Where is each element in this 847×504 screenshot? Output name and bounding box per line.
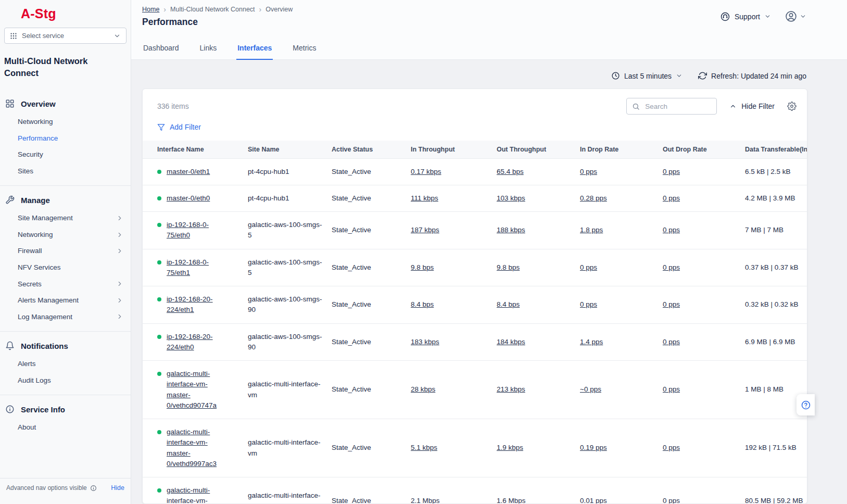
out-throughput-link[interactable]: 184 kbps	[497, 338, 525, 346]
interface-name-link[interactable]: master-0/eth1	[167, 167, 210, 177]
interface-name-link[interactable]: galactic-multi-interface-vm-master-0/vet…	[167, 427, 229, 469]
out-drop-rate-link[interactable]: 0 pps	[663, 168, 680, 175]
add-filter-button[interactable]: Add Filter	[157, 123, 201, 131]
sidebar-item-alerts-management[interactable]: Alerts Management	[0, 292, 131, 309]
tab-links[interactable]: Links	[199, 33, 218, 60]
search-input[interactable]	[644, 102, 711, 111]
info-icon[interactable]	[90, 485, 97, 492]
tab-label: Dashboard	[143, 44, 179, 52]
breadcrumb-home-link[interactable]: Home	[142, 6, 159, 13]
account-menu[interactable]	[785, 10, 806, 23]
interface-name-link[interactable]: ip-192-168-20-224/eth0	[167, 332, 229, 353]
time-range-selector[interactable]: Last 5 minutes	[611, 71, 682, 80]
column-header[interactable]: Out Throughput	[497, 141, 580, 159]
in-drop-rate-link[interactable]: 1.4 pps	[580, 338, 603, 346]
sidebar-item-networking[interactable]: Networking	[0, 226, 131, 243]
in-drop-rate-link[interactable]: 0.28 pps	[580, 194, 607, 202]
in-throughput-link[interactable]: 183 kbps	[411, 338, 439, 346]
interface-name-link[interactable]: ip-192-168-0-75/eth1	[167, 257, 229, 279]
table-row: galactic-multi-interface-vm-master-0/vet…	[143, 419, 807, 477]
out-drop-rate-link[interactable]: 0 pps	[663, 263, 680, 271]
column-header[interactable]: In Drop Rate	[580, 141, 663, 159]
interface-name-link[interactable]: ip-192-168-20-224/eth1	[167, 294, 229, 316]
chevron-right-icon: ›	[163, 6, 166, 13]
in-drop-rate-link[interactable]: 0 pps	[580, 168, 597, 175]
in-drop-rate-link[interactable]: 0 pps	[580, 263, 597, 271]
out-throughput-link[interactable]: 213 kbps	[497, 385, 525, 393]
in-drop-rate-link[interactable]: 1.8 pps	[580, 226, 603, 234]
in-throughput-link[interactable]: 8.4 bps	[411, 300, 434, 308]
in-drop-rate-link[interactable]: 0.01 pps	[580, 497, 607, 504]
gear-icon[interactable]	[787, 102, 797, 111]
out-drop-rate-link[interactable]: 0 pps	[663, 497, 680, 504]
in-throughput-link[interactable]: 9.8 bps	[411, 263, 434, 271]
out-drop-rate-link[interactable]: 0 pps	[663, 385, 680, 393]
out-throughput-link[interactable]: 8.4 bps	[497, 300, 520, 308]
nav-header-notifications[interactable]: Notifications	[0, 336, 131, 356]
service-selector[interactable]: Select service	[4, 28, 127, 44]
column-header[interactable]: Data Transferable(In	[745, 141, 807, 159]
refresh-icon	[698, 71, 707, 80]
tab-metrics[interactable]: Metrics	[292, 33, 317, 60]
sidebar-item-about[interactable]: About	[0, 419, 131, 436]
sidebar-item-networking[interactable]: Networking	[0, 114, 131, 130]
nav-header-overview[interactable]: Overview	[0, 94, 131, 114]
sidebar-item-sites[interactable]: Sites	[0, 163, 131, 180]
interface-name-link[interactable]: master-0/eth0	[167, 193, 210, 204]
out-throughput-link[interactable]: 1.6 Mbps	[497, 497, 526, 504]
status-dot-icon	[157, 335, 161, 339]
in-throughput-link[interactable]: 0.17 kbps	[411, 168, 441, 175]
in-drop-rate-link[interactable]: ~0 pps	[580, 385, 601, 393]
hide-filter-button[interactable]: Hide Filter	[729, 102, 775, 110]
support-menu[interactable]: Support	[720, 11, 771, 22]
tab-dashboard[interactable]: Dashboard	[142, 33, 180, 60]
sidebar-item-secrets[interactable]: Secrets	[0, 276, 131, 293]
out-drop-rate-link[interactable]: 0 pps	[663, 300, 680, 308]
sidebar-item-security[interactable]: Security	[0, 146, 131, 163]
out-drop-rate-link[interactable]: 0 pps	[663, 194, 680, 202]
out-throughput-link[interactable]: 188 kbps	[497, 226, 525, 234]
in-drop-rate-link[interactable]: 0.19 pps	[580, 444, 607, 451]
chevron-down-icon	[676, 72, 682, 79]
column-header[interactable]: In Throughput	[411, 141, 497, 159]
data-transferable-cell: 0.37 kB | 0.37 kB	[745, 249, 807, 286]
table-row: master-0/eth1 pt-4cpu-hub1 State_Active …	[143, 158, 807, 185]
out-drop-rate-link[interactable]: 0 pps	[663, 226, 680, 234]
nav-header-service-info[interactable]: Service Info	[0, 399, 131, 419]
sidebar-item-log-management[interactable]: Log Management	[0, 309, 131, 325]
refresh-button[interactable]: Refresh: Updated 24 min ago	[698, 71, 806, 80]
sidebar-item-firewall[interactable]: Firewall	[0, 243, 131, 259]
interface-name-link[interactable]: galactic-multi-interface-vm-master-0/vet…	[167, 369, 229, 411]
help-button[interactable]	[797, 394, 815, 415]
in-throughput-link[interactable]: 111 kbps	[411, 194, 438, 202]
interface-name-link[interactable]: galactic-multi-interface-vm-master-0/eth…	[167, 485, 229, 504]
out-throughput-link[interactable]: 103 kbps	[497, 194, 525, 202]
hide-nav-link[interactable]: Hide	[111, 484, 124, 492]
in-drop-rate-link[interactable]: 0 pps	[580, 300, 597, 308]
status-dot-icon	[157, 372, 161, 376]
in-throughput-link[interactable]: 187 kbps	[411, 226, 439, 234]
sidebar-item-audit-logs[interactable]: Audit Logs	[0, 372, 131, 389]
tab-bar: Dashboard Links Interfaces Metrics	[131, 33, 847, 59]
sidebar-item-site-management[interactable]: Site Management	[0, 210, 131, 226]
out-throughput-link[interactable]: 1.9 kbps	[497, 444, 523, 451]
column-header[interactable]: Out Drop Rate	[663, 141, 745, 159]
column-header[interactable]: Active Status	[332, 141, 411, 159]
nav-header-manage[interactable]: Manage	[0, 190, 131, 210]
in-throughput-link[interactable]: 28 kbps	[411, 385, 435, 393]
sidebar-item-alerts[interactable]: Alerts	[0, 356, 131, 372]
tab-interfaces[interactable]: Interfaces	[236, 33, 273, 60]
out-drop-rate-link[interactable]: 0 pps	[663, 338, 680, 346]
column-header[interactable]: Interface Name	[143, 141, 248, 159]
view-controls: Last 5 minutes Refresh: Updated 24 min a…	[131, 60, 847, 87]
in-throughput-link[interactable]: 2.1 Mbps	[411, 497, 440, 504]
out-drop-rate-link[interactable]: 0 pps	[663, 444, 680, 451]
in-throughput-link[interactable]: 5.1 kbps	[411, 444, 437, 451]
out-throughput-link[interactable]: 9.8 bps	[497, 263, 520, 271]
sidebar-item-nfv-services[interactable]: NFV Services	[0, 259, 131, 276]
interface-name-link[interactable]: ip-192-168-0-75/eth0	[167, 220, 229, 241]
sidebar-item-label: Networking	[18, 117, 53, 127]
column-header[interactable]: Site Name	[248, 141, 332, 159]
out-throughput-link[interactable]: 65.4 bps	[497, 168, 524, 175]
sidebar-item-performance[interactable]: Performance	[0, 130, 131, 147]
